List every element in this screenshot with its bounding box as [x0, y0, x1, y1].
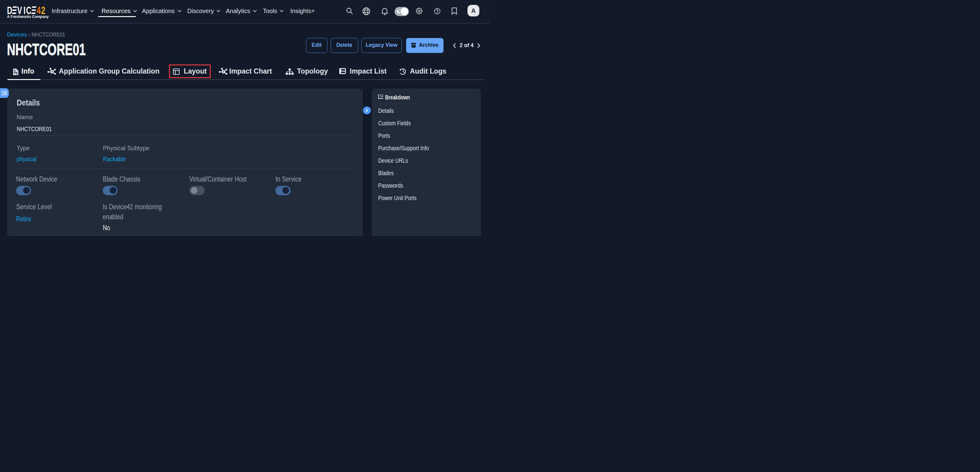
svg-text:4: 4	[37, 6, 41, 14]
svg-text:I: I	[24, 6, 25, 14]
svg-text:2: 2	[41, 6, 45, 14]
svg-text:C: C	[26, 6, 31, 14]
svg-text:D: D	[7, 6, 12, 14]
svg-text:V: V	[17, 6, 22, 14]
